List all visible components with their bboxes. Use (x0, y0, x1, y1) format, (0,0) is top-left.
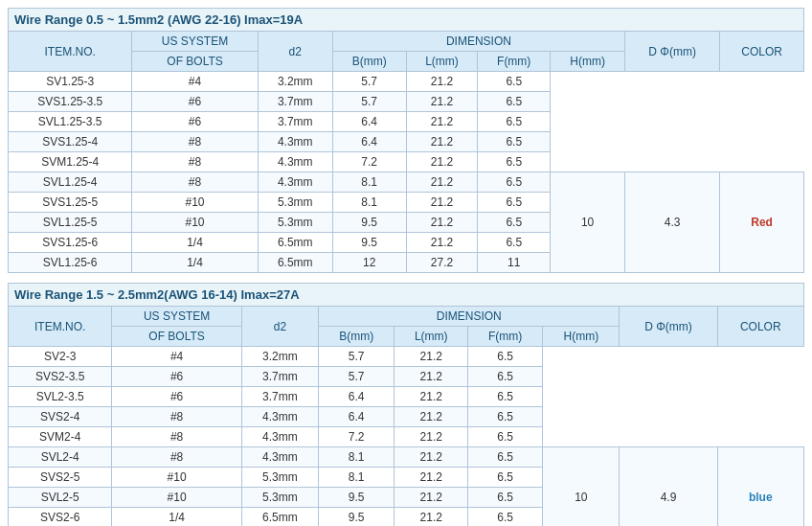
table-row: SV2-3#43.2mm5.721.26.5 (9, 347, 804, 367)
cell-us: #10 (132, 193, 258, 213)
cell-d2: 3.7mm (241, 367, 318, 387)
section1-header: Wire Range 0.5 ~ 1.5mm2 (AWG 22-16) Imax… (8, 8, 804, 31)
section2-header: Wire Range 1.5 ~ 2.5mm2(AWG 16-14) Imax=… (8, 283, 804, 306)
cell-h: 10 (551, 172, 625, 273)
cell-b: 5.7 (332, 72, 406, 92)
cell-item: SVL1.25-5 (9, 213, 132, 233)
cell-item: SVL2-3.5 (9, 387, 112, 407)
col-dimension-1: DIMENSION (332, 32, 624, 52)
cell-item: SVS2-6 (9, 508, 112, 527)
cell-f: 11 (478, 253, 551, 273)
cell-us: #8 (132, 132, 258, 152)
cell-b: 12 (332, 253, 406, 273)
cell-item: SVS2-5 (9, 468, 112, 488)
col-f-1: F(mm) (478, 52, 551, 72)
col-item-2: ITEM.NO. (9, 307, 112, 347)
cell-us: 1/4 (112, 508, 241, 527)
cell-l: 21.2 (406, 172, 478, 193)
col-h-1: H(mm) (551, 52, 625, 72)
cell-d2: 4.3mm (241, 427, 318, 447)
cell-us: #10 (112, 488, 241, 508)
cell-item: SVL1.25-6 (9, 253, 132, 273)
cell-b: 9.5 (332, 213, 406, 233)
col-color-2: COLOR (717, 307, 804, 347)
cell-l: 21.2 (395, 407, 468, 427)
cell-d2: 4.3mm (258, 172, 332, 193)
cell-b: 9.5 (319, 488, 395, 508)
cell-d2: 5.3mm (241, 488, 318, 508)
col-item-1: ITEM.NO. (9, 32, 132, 72)
cell-f: 6.5 (478, 233, 551, 253)
cell-f: 6.5 (468, 468, 543, 488)
cell-l: 21.2 (406, 233, 478, 253)
cell-d2: 4.3mm (258, 152, 332, 172)
section1-table: ITEM.NO. US SYSTEM d2 DIMENSION D Φ(mm) … (8, 31, 804, 273)
col-us-2: US SYSTEM (112, 307, 241, 327)
cell-f: 6.5 (478, 172, 551, 193)
cell-l: 21.2 (395, 387, 468, 407)
cell-us: #4 (132, 72, 258, 92)
cell-d2: 4.3mm (241, 447, 318, 468)
cell-f: 6.5 (478, 92, 551, 112)
cell-f: 6.5 (468, 367, 543, 387)
cell-dp: 4.9 (620, 447, 717, 527)
cell-item: SVM2-4 (9, 427, 112, 447)
cell-us: #8 (112, 407, 241, 427)
col-f-2: F(mm) (468, 327, 543, 347)
cell-us: #8 (132, 152, 258, 172)
cell-l: 21.2 (406, 92, 478, 112)
cell-d2: 3.7mm (258, 92, 332, 112)
table-row: SV1.25-3#43.2mm5.721.26.5 (9, 72, 804, 92)
cell-color: blue (717, 447, 804, 527)
cell-l: 21.2 (406, 72, 478, 92)
cell-l: 21.2 (395, 468, 468, 488)
cell-us: #6 (132, 112, 258, 132)
cell-item: SV2-3 (9, 347, 112, 367)
cell-item: SVS2-4 (9, 407, 112, 427)
table-row: SVS2-3.5#63.7mm5.721.26.5 (9, 367, 804, 387)
cell-d2: 5.3mm (258, 213, 332, 233)
cell-f: 6.5 (478, 213, 551, 233)
col-dimension-2: DIMENSION (319, 307, 620, 327)
cell-item: SVM1.25-4 (9, 152, 132, 172)
cell-l: 21.2 (395, 367, 468, 387)
cell-l: 21.2 (406, 213, 478, 233)
cell-f: 6.5 (468, 427, 543, 447)
cell-d2: 3.2mm (258, 72, 332, 92)
col-us-1: US SYSTEM (132, 32, 258, 52)
cell-us: #8 (112, 427, 241, 447)
cell-b: 8.1 (332, 193, 406, 213)
cell-f: 6.5 (468, 407, 543, 427)
cell-us: #8 (112, 447, 241, 468)
cell-l: 21.2 (406, 193, 478, 213)
cell-b: 8.1 (332, 172, 406, 193)
table-row: SVL2-4#84.3mm8.121.26.5104.9blue (9, 447, 804, 468)
cell-b: 6.4 (332, 132, 406, 152)
cell-item: SVS1.25-6 (9, 233, 132, 253)
cell-h: 10 (543, 447, 620, 527)
table-row: SVM1.25-4#84.3mm7.221.26.5 (9, 152, 804, 172)
cell-b: 5.7 (319, 347, 395, 367)
cell-d2: 6.5mm (258, 233, 332, 253)
cell-item: SVS1.25-3.5 (9, 92, 132, 112)
cell-l: 21.2 (395, 427, 468, 447)
cell-l: 21.2 (395, 508, 468, 527)
col-d2-2: d2 (241, 307, 318, 347)
col-d2-1: d2 (258, 32, 332, 72)
cell-item: SVS2-3.5 (9, 367, 112, 387)
cell-l: 21.2 (395, 347, 468, 367)
cell-d2: 5.3mm (258, 193, 332, 213)
cell-us: #10 (132, 213, 258, 233)
cell-b: 6.4 (332, 112, 406, 132)
cell-d2: 3.2mm (241, 347, 318, 367)
cell-f: 6.5 (468, 508, 543, 527)
cell-item: SVS1.25-5 (9, 193, 132, 213)
cell-l: 21.2 (406, 112, 478, 132)
cell-f: 6.5 (468, 488, 543, 508)
cell-b: 7.2 (319, 427, 395, 447)
cell-l: 21.2 (406, 132, 478, 152)
cell-d2: 6.5mm (258, 253, 332, 273)
cell-dp: 4.3 (625, 172, 720, 273)
cell-item: SVL2-4 (9, 447, 112, 468)
table-row: SVL1.25-3.5#63.7mm6.421.26.5 (9, 112, 804, 132)
